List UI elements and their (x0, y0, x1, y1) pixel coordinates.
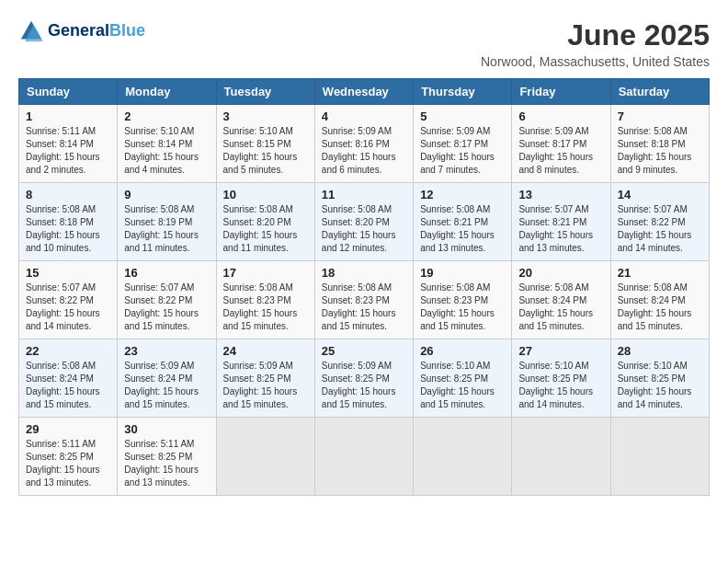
day-info: Sunrise: 5:08 AM Sunset: 8:23 PM Dayligh… (223, 282, 308, 333)
calendar-cell: 7Sunrise: 5:08 AM Sunset: 8:18 PM Daylig… (610, 105, 709, 183)
calendar-subtitle: Norwood, Massachusetts, United States (481, 54, 710, 69)
calendar-week-3: 15Sunrise: 5:07 AM Sunset: 8:22 PM Dayli… (19, 261, 710, 339)
header: GeneralBlue June 2025 Norwood, Massachus… (18, 18, 710, 69)
day-number: 28 (618, 344, 702, 358)
day-number: 2 (124, 109, 209, 123)
day-info: Sunrise: 5:10 AM Sunset: 8:25 PM Dayligh… (618, 360, 702, 411)
day-number: 10 (223, 188, 308, 201)
header-wednesday: Wednesday (314, 79, 413, 105)
day-info: Sunrise: 5:08 AM Sunset: 8:23 PM Dayligh… (420, 282, 505, 333)
calendar-cell: 9Sunrise: 5:08 AM Sunset: 8:19 PM Daylig… (118, 183, 216, 261)
calendar-cell: 14Sunrise: 5:07 AM Sunset: 8:22 PM Dayli… (610, 183, 709, 261)
calendar-cell: 27Sunrise: 5:10 AM Sunset: 8:25 PM Dayli… (512, 339, 610, 418)
calendar-cell: 23Sunrise: 5:09 AM Sunset: 8:24 PM Dayli… (118, 339, 216, 418)
day-info: Sunrise: 5:08 AM Sunset: 8:18 PM Dayligh… (26, 203, 110, 255)
day-number: 1 (26, 109, 110, 123)
calendar-cell: 16Sunrise: 5:07 AM Sunset: 8:22 PM Dayli… (118, 261, 216, 339)
day-number: 26 (420, 344, 505, 358)
day-info: Sunrise: 5:10 AM Sunset: 8:25 PM Dayligh… (420, 360, 505, 411)
day-number: 21 (618, 266, 702, 280)
day-info: Sunrise: 5:10 AM Sunset: 8:14 PM Dayligh… (124, 125, 209, 177)
calendar-week-1: 1Sunrise: 5:11 AM Sunset: 8:14 PM Daylig… (19, 105, 710, 183)
calendar-cell: 25Sunrise: 5:09 AM Sunset: 8:25 PM Dayli… (314, 339, 413, 418)
calendar-cell: 26Sunrise: 5:10 AM Sunset: 8:25 PM Dayli… (414, 339, 512, 418)
day-number: 15 (26, 266, 110, 280)
day-info: Sunrise: 5:08 AM Sunset: 8:19 PM Dayligh… (124, 203, 209, 255)
header-monday: Monday (118, 79, 216, 105)
day-info: Sunrise: 5:11 AM Sunset: 8:25 PM Dayligh… (26, 438, 110, 489)
calendar-cell: 19Sunrise: 5:08 AM Sunset: 8:23 PM Dayli… (414, 261, 512, 339)
calendar-table: Sunday Monday Tuesday Wednesday Thursday… (18, 78, 710, 496)
day-number: 8 (26, 188, 110, 201)
calendar-cell: 5Sunrise: 5:09 AM Sunset: 8:17 PM Daylig… (414, 105, 512, 183)
day-info: Sunrise: 5:09 AM Sunset: 8:25 PM Dayligh… (223, 360, 308, 411)
calendar-cell: 17Sunrise: 5:08 AM Sunset: 8:23 PM Dayli… (216, 261, 314, 339)
day-number: 23 (124, 344, 209, 358)
day-info: Sunrise: 5:08 AM Sunset: 8:24 PM Dayligh… (26, 360, 110, 411)
day-info: Sunrise: 5:08 AM Sunset: 8:20 PM Dayligh… (223, 203, 308, 255)
calendar-cell (414, 418, 512, 496)
day-info: Sunrise: 5:08 AM Sunset: 8:18 PM Dayligh… (618, 125, 702, 177)
calendar-cell (610, 418, 709, 496)
day-number: 18 (322, 266, 406, 280)
calendar-cell: 4Sunrise: 5:09 AM Sunset: 8:16 PM Daylig… (314, 105, 413, 183)
day-number: 24 (223, 344, 308, 358)
calendar-cell: 21Sunrise: 5:08 AM Sunset: 8:24 PM Dayli… (610, 261, 709, 339)
logo-icon (18, 18, 44, 44)
title-area: June 2025 Norwood, Massachusetts, United… (481, 18, 710, 69)
calendar-cell: 15Sunrise: 5:07 AM Sunset: 8:22 PM Dayli… (19, 261, 118, 339)
day-info: Sunrise: 5:09 AM Sunset: 8:17 PM Dayligh… (420, 125, 505, 177)
calendar-week-2: 8Sunrise: 5:08 AM Sunset: 8:18 PM Daylig… (19, 183, 710, 261)
day-number: 9 (124, 188, 209, 201)
day-number: 29 (26, 422, 110, 436)
calendar-cell (216, 418, 314, 496)
logo-text: GeneralBlue (48, 22, 145, 40)
day-info: Sunrise: 5:09 AM Sunset: 8:16 PM Dayligh… (322, 125, 406, 177)
day-number: 13 (518, 188, 603, 201)
calendar-cell: 3Sunrise: 5:10 AM Sunset: 8:15 PM Daylig… (216, 105, 314, 183)
day-number: 6 (518, 109, 603, 123)
day-number: 4 (322, 109, 406, 123)
day-info: Sunrise: 5:09 AM Sunset: 8:17 PM Dayligh… (518, 125, 603, 177)
day-info: Sunrise: 5:11 AM Sunset: 8:25 PM Dayligh… (124, 438, 209, 489)
day-info: Sunrise: 5:07 AM Sunset: 8:22 PM Dayligh… (618, 203, 702, 255)
day-info: Sunrise: 5:08 AM Sunset: 8:23 PM Dayligh… (322, 282, 406, 333)
day-info: Sunrise: 5:09 AM Sunset: 8:24 PM Dayligh… (124, 360, 209, 411)
logo: GeneralBlue (18, 18, 145, 44)
day-number: 30 (124, 422, 209, 436)
header-friday: Friday (512, 79, 610, 105)
day-info: Sunrise: 5:10 AM Sunset: 8:15 PM Dayligh… (223, 125, 308, 177)
day-info: Sunrise: 5:07 AM Sunset: 8:22 PM Dayligh… (26, 282, 110, 333)
day-info: Sunrise: 5:08 AM Sunset: 8:21 PM Dayligh… (420, 203, 505, 255)
day-number: 17 (223, 266, 308, 280)
calendar-cell: 12Sunrise: 5:08 AM Sunset: 8:21 PM Dayli… (414, 183, 512, 261)
calendar-cell: 13Sunrise: 5:07 AM Sunset: 8:21 PM Dayli… (512, 183, 610, 261)
calendar-cell: 20Sunrise: 5:08 AM Sunset: 8:24 PM Dayli… (512, 261, 610, 339)
calendar-cell (314, 418, 413, 496)
day-number: 11 (322, 188, 406, 201)
day-number: 3 (223, 109, 308, 123)
calendar-week-5: 29Sunrise: 5:11 AM Sunset: 8:25 PM Dayli… (19, 418, 710, 496)
calendar-cell: 29Sunrise: 5:11 AM Sunset: 8:25 PM Dayli… (19, 418, 118, 496)
calendar-cell: 11Sunrise: 5:08 AM Sunset: 8:20 PM Dayli… (314, 183, 413, 261)
day-number: 5 (420, 109, 505, 123)
day-info: Sunrise: 5:08 AM Sunset: 8:24 PM Dayligh… (518, 282, 603, 333)
day-info: Sunrise: 5:08 AM Sunset: 8:24 PM Dayligh… (618, 282, 702, 333)
calendar-cell: 6Sunrise: 5:09 AM Sunset: 8:17 PM Daylig… (512, 105, 610, 183)
calendar-cell: 22Sunrise: 5:08 AM Sunset: 8:24 PM Dayli… (19, 339, 118, 418)
day-number: 22 (26, 344, 110, 358)
day-info: Sunrise: 5:07 AM Sunset: 8:21 PM Dayligh… (518, 203, 603, 255)
calendar-cell: 28Sunrise: 5:10 AM Sunset: 8:25 PM Dayli… (610, 339, 709, 418)
header-thursday: Thursday (414, 79, 512, 105)
day-number: 25 (322, 344, 406, 358)
day-number: 20 (518, 266, 603, 280)
day-info: Sunrise: 5:11 AM Sunset: 8:14 PM Dayligh… (26, 125, 110, 177)
day-info: Sunrise: 5:09 AM Sunset: 8:25 PM Dayligh… (322, 360, 406, 411)
calendar-cell: 2Sunrise: 5:10 AM Sunset: 8:14 PM Daylig… (118, 105, 216, 183)
day-number: 27 (518, 344, 603, 358)
calendar-cell: 18Sunrise: 5:08 AM Sunset: 8:23 PM Dayli… (314, 261, 413, 339)
day-number: 16 (124, 266, 209, 280)
calendar-week-4: 22Sunrise: 5:08 AM Sunset: 8:24 PM Dayli… (19, 339, 710, 418)
day-number: 7 (618, 109, 702, 123)
day-number: 12 (420, 188, 505, 201)
